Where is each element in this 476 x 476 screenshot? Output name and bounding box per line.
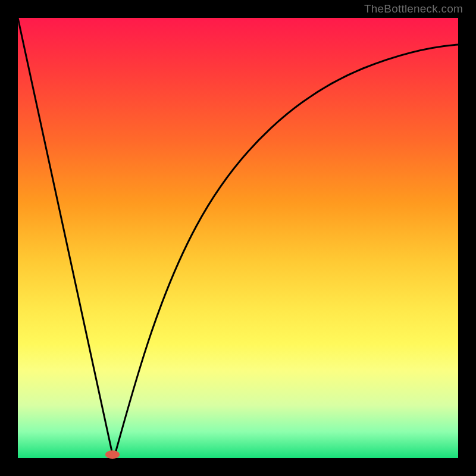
plot-area [18, 18, 458, 458]
chart-frame: TheBottleneck.com [0, 0, 476, 476]
curve-path [18, 18, 458, 457]
watermark-text: TheBottleneck.com [364, 2, 463, 15]
bottleneck-curve [18, 18, 458, 458]
